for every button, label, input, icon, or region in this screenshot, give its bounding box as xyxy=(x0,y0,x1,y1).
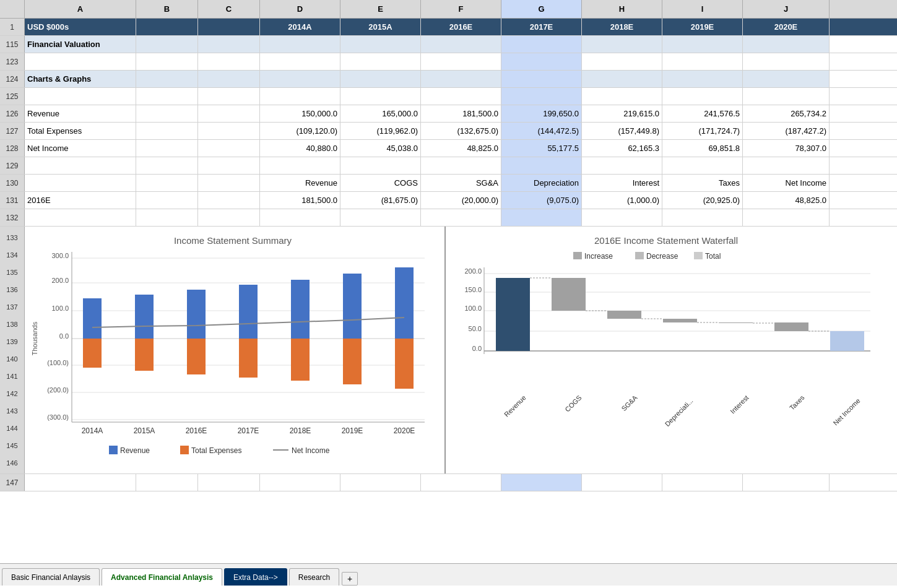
cell-d130[interactable]: Revenue xyxy=(260,175,340,191)
row-num-132: 132 xyxy=(0,209,25,226)
row-num-141: 141 xyxy=(6,368,17,385)
cell-j1[interactable]: 2020E xyxy=(743,19,830,35)
cell-h131[interactable]: (1,000.0) xyxy=(582,192,662,209)
cell-c130 xyxy=(198,175,260,191)
cell-f131[interactable]: (20,000.0) xyxy=(421,192,501,209)
cell-j130[interactable]: Net Income xyxy=(743,175,830,191)
cell-d127[interactable]: (109,120.0) xyxy=(260,123,340,139)
cell-i128[interactable]: 69,851.8 xyxy=(662,140,743,157)
cell-i130[interactable]: Taxes xyxy=(662,175,743,191)
cell-g147 xyxy=(501,474,582,491)
cell-j127[interactable]: (187,427.2) xyxy=(743,123,830,139)
cell-g128[interactable]: 55,177.5 xyxy=(501,140,582,157)
cell-e128[interactable]: 45,038.0 xyxy=(340,140,421,157)
col-header-h[interactable]: H xyxy=(582,0,662,18)
col-header-e[interactable]: E xyxy=(340,0,421,18)
cell-a127[interactable]: Total Expenses xyxy=(25,123,136,139)
cell-f126[interactable]: 181,500.0 xyxy=(421,105,501,122)
cell-j128[interactable]: 78,307.0 xyxy=(743,140,830,157)
row-num-126: 126 xyxy=(0,105,25,122)
cell-c115 xyxy=(198,36,260,53)
cell-h1[interactable]: 2018E xyxy=(582,19,662,35)
cell-g126[interactable]: 199,650.0 xyxy=(501,105,582,122)
col-header-a[interactable]: A xyxy=(25,0,136,18)
cell-f1[interactable]: 2016E xyxy=(421,19,501,35)
cell-f127[interactable]: (132,675.0) xyxy=(421,123,501,139)
col-header-j[interactable]: J xyxy=(743,0,830,18)
cell-e131[interactable]: (81,675.0) xyxy=(340,192,421,209)
cell-g127[interactable]: (144,472.5) xyxy=(501,123,582,139)
row-num-134: 134 xyxy=(6,246,17,264)
cell-g132 xyxy=(501,209,582,226)
cell-h128[interactable]: 62,165.3 xyxy=(582,140,662,157)
tab-add-button[interactable]: + xyxy=(342,572,358,586)
cell-d126[interactable]: 150,000.0 xyxy=(260,105,340,122)
svg-text:150.0: 150.0 xyxy=(464,286,482,293)
svg-text:100.0: 100.0 xyxy=(464,305,482,312)
col-header-g[interactable]: G xyxy=(501,0,582,18)
cell-h127[interactable]: (157,449.8) xyxy=(582,123,662,139)
tab-research[interactable]: Research xyxy=(289,568,339,586)
cell-a1[interactable]: USD $000s xyxy=(25,19,136,35)
row-num-144: 144 xyxy=(6,420,17,437)
row-132: 132 xyxy=(0,209,897,227)
bar-revenue-2017 xyxy=(239,285,258,339)
tab-extra-data[interactable]: Extra Data--> xyxy=(224,568,287,586)
cell-j131[interactable]: 48,825.0 xyxy=(743,192,830,209)
cell-j115 xyxy=(743,36,830,53)
row-num-1: 1 xyxy=(0,19,25,35)
svg-text:Depreciati...: Depreciati... xyxy=(664,397,695,428)
legend-total-label: Total xyxy=(705,252,721,261)
cell-h123 xyxy=(582,53,662,70)
cell-a126[interactable]: Revenue xyxy=(25,105,136,122)
cell-g1[interactable]: 2017E xyxy=(501,19,582,35)
cell-h130[interactable]: Interest xyxy=(582,175,662,191)
cell-g129 xyxy=(501,157,582,174)
cell-i126[interactable]: 241,576.5 xyxy=(662,105,743,122)
income-statement-chart: Income Statement Summary 300.0 200.0 100… xyxy=(28,230,437,470)
cell-d1[interactable]: 2014A xyxy=(260,19,340,35)
col-header-d[interactable]: D xyxy=(260,0,340,18)
cell-e1[interactable]: 2015A xyxy=(340,19,421,35)
cell-e126[interactable]: 165,000.0 xyxy=(340,105,421,122)
cell-d128[interactable]: 40,880.0 xyxy=(260,140,340,157)
col-header-i[interactable]: I xyxy=(662,0,743,18)
cell-j126[interactable]: 265,734.2 xyxy=(743,105,830,122)
row-129: 129 xyxy=(0,157,897,175)
row-126: 126 Revenue 150,000.0 165,000.0 181,500.… xyxy=(0,105,897,123)
cell-f124 xyxy=(421,71,501,87)
cell-a128[interactable]: Net Income xyxy=(25,140,136,157)
cell-d131[interactable]: 181,500.0 xyxy=(260,192,340,209)
row-131: 131 2016E 181,500.0 (81,675.0) (20,000.0… xyxy=(0,192,897,209)
row-num-129: 129 xyxy=(0,157,25,174)
cell-i127[interactable]: (171,724.7) xyxy=(662,123,743,139)
cell-e127[interactable]: (119,962.0) xyxy=(340,123,421,139)
cell-h129 xyxy=(582,157,662,174)
cell-a123 xyxy=(25,53,136,70)
svg-text:50.0: 50.0 xyxy=(469,325,482,332)
cell-e130[interactable]: COGS xyxy=(340,175,421,191)
cell-h126[interactable]: 219,615.0 xyxy=(582,105,662,122)
svg-text:2016E Income Statement Waterfa: 2016E Income Statement Waterfall xyxy=(594,235,738,246)
cell-g130[interactable]: Depreciation xyxy=(501,175,582,191)
cell-g131[interactable]: (9,075.0) xyxy=(501,192,582,209)
tab-advanced-financial[interactable]: Advanced Financial Anlaysis xyxy=(102,568,222,586)
cell-a131[interactable]: 2016E xyxy=(25,192,136,209)
cell-b124 xyxy=(136,71,198,87)
col-header-b[interactable]: B xyxy=(136,0,198,18)
legend-netincome-label: Net Income xyxy=(292,446,330,455)
col-header-f[interactable]: F xyxy=(421,0,501,18)
cell-i131[interactable]: (20,925.0) xyxy=(662,192,743,209)
cell-c131 xyxy=(198,192,260,209)
cell-i1[interactable]: 2019E xyxy=(662,19,743,35)
cell-f130[interactable]: SG&A xyxy=(421,175,501,191)
cell-f128[interactable]: 48,825.0 xyxy=(421,140,501,157)
bar-taxes-waterfall xyxy=(774,322,808,331)
row-num-133: 133 xyxy=(6,229,17,246)
bar-revenue-2015 xyxy=(135,295,154,339)
legend-increase-label: Increase xyxy=(584,252,613,261)
cell-j123 xyxy=(743,53,830,70)
tab-basic-financial[interactable]: Basic Financial Anlaysis xyxy=(2,568,100,586)
cell-i123 xyxy=(662,53,743,70)
col-header-c[interactable]: C xyxy=(198,0,260,18)
